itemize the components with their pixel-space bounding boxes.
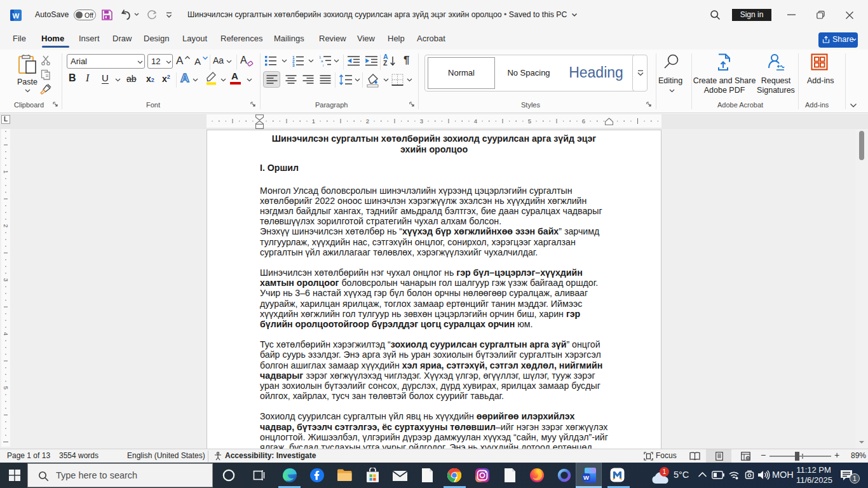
svg-text:1: 1 — [319, 55, 322, 59]
svg-text:5: 5 — [3, 386, 10, 390]
svg-text:W: W — [583, 474, 589, 481]
svg-text:4: 4 — [3, 332, 10, 336]
svg-text:W: W — [13, 12, 20, 20]
svg-text:a: a — [321, 59, 323, 63]
svg-text:1: 1 — [3, 170, 10, 173]
svg-text:i: i — [323, 64, 323, 67]
svg-text:2: 2 — [3, 224, 10, 227]
svg-text:3: 3 — [292, 63, 295, 67]
svg-text:3: 3 — [3, 278, 10, 281]
